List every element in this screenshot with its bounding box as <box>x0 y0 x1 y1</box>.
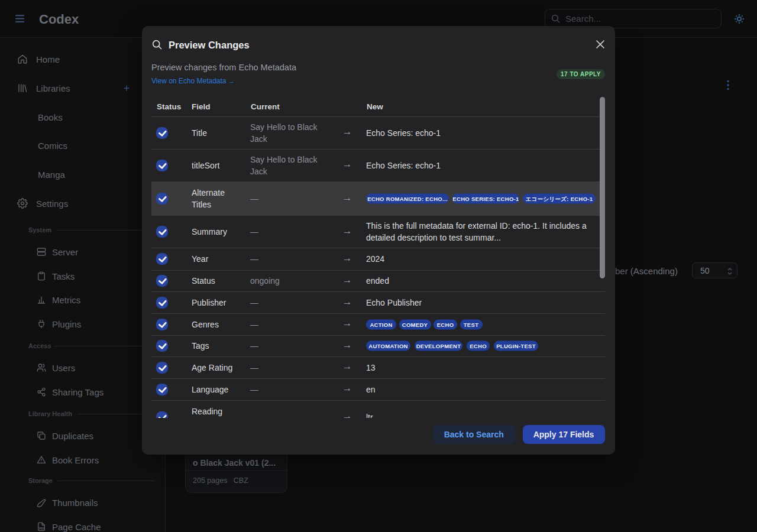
svg-text:PDF: PDF <box>39 527 44 530</box>
